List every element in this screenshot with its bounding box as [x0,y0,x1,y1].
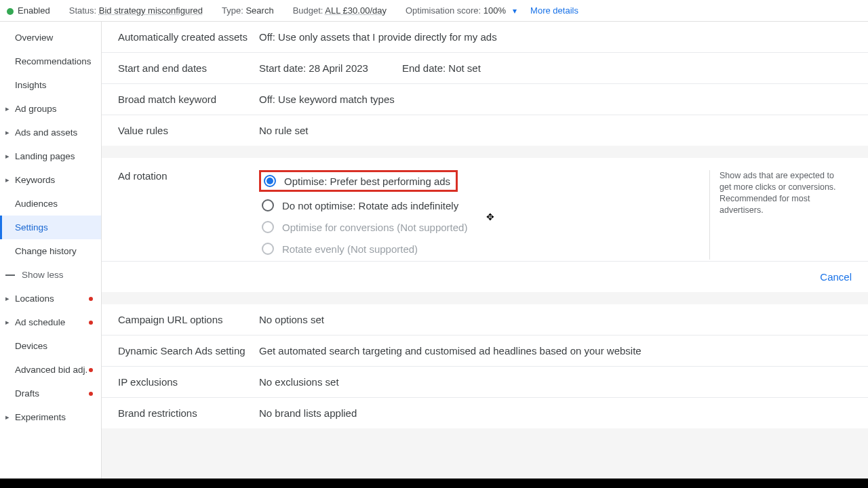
bottom-bar [0,479,868,488]
sidebar-item-label: Recommendations [15,56,92,66]
row-value: Off: Use keyword match types [259,94,852,105]
ad-rotation-option[interactable]: Optimise: Prefer best performing ads [259,170,458,192]
main-content: Automatically created assets Off: Use on… [102,22,868,485]
row-label: Start and end dates [118,62,259,74]
optscore-value: 100% [484,5,506,16]
row-value: No rule set [259,125,852,136]
status-value[interactable]: Bid strategy misconfigured [99,5,203,16]
sidebar-item-label: Change history [15,246,77,256]
alert-dot-icon [89,392,93,396]
sidebar-item-label: Settings [15,222,48,232]
cancel-button[interactable]: Cancel [820,271,852,283]
enabled-label: Enabled [18,5,50,16]
alert-dot-icon [89,297,93,301]
sidebar-item-recommendations[interactable]: Recommendations [0,49,101,73]
sidebar: OverviewRecommendationsInsightsAd groups… [0,22,102,485]
optscore-label: Optimisation score: [406,5,481,16]
settings-row[interactable]: Campaign URL options No options set [102,304,868,335]
settings-row[interactable]: IP exclusions No exclusions set [102,366,868,397]
settings-row[interactable]: Broad match keyword Off: Use keyword mat… [102,83,868,115]
sidebar-item-overview[interactable]: Overview [0,26,101,49]
status-block: Status: Bid strategy misconfigured [69,5,203,16]
minus-icon [5,274,15,276]
status-label: Status: [69,5,96,16]
row-label: Broad match keyword [118,94,259,105]
sidebar-item-change-history[interactable]: Change history [0,239,101,263]
sidebar-item-ad-groups[interactable]: Ad groups [0,97,101,121]
ad-rotation-label: Ad rotation [118,170,259,260]
sidebar-item-ads-and-assets[interactable]: Ads and assets [0,121,101,144]
chevron-down-icon[interactable]: ▾ [513,6,517,16]
ad-rotation-help-text: Show ads that are expected to get more c… [709,170,852,260]
sidebar-item-label: Ads and assets [15,127,77,138]
row-label: Campaign URL options [118,314,259,325]
status-dot-icon [7,8,14,15]
alert-dot-icon [89,368,93,372]
type-block: Type: Search [222,5,274,16]
sidebar-item-audiences[interactable]: Audiences [0,192,101,216]
sidebar-item-label: Advanced bid adj. [15,365,87,375]
settings-row[interactable]: Value rules No rule set [102,115,868,146]
sidebar-item-label: Keywords [15,175,55,185]
sidebar-item-landing-pages[interactable]: Landing pages [0,144,101,168]
sidebar-item-advanced-bid-adj-[interactable]: Advanced bid adj. [0,358,101,382]
show-less-label: Show less [22,270,64,280]
settings-row[interactable]: Start and end dates Start date: 28 April… [102,52,868,83]
row-label: Value rules [118,125,259,136]
ad-rotation-option: Rotate evenly (Not supported) [259,238,709,260]
radio-icon [262,199,274,211]
sidebar-item-label: Drafts [15,388,39,399]
sidebar-item-label: Locations [15,293,54,304]
row-label: Automatically created assets [118,31,259,43]
sidebar-item-experiments[interactable]: Experiments [0,405,101,429]
row-label: IP exclusions [118,376,259,388]
sidebar-item-label: Overview [15,33,53,43]
radio-icon [262,243,274,255]
row-value: No exclusions set [259,376,852,388]
radio-icon [264,175,276,187]
settings-row[interactable]: Automatically created assets Off: Use on… [102,22,868,52]
sidebar-item-drafts[interactable]: Drafts [0,382,101,405]
sidebar-item-label: Ad groups [15,104,57,114]
option-label: Optimise for conversions (Not supported) [282,222,467,233]
row-label: Dynamic Search Ads setting [118,345,259,357]
sidebar-item-locations[interactable]: Locations [0,287,101,310]
row-value: No brand lists applied [259,407,852,419]
option-label: Do not optimise: Rotate ads indefinitely [282,200,458,211]
budget-value[interactable]: ALL £30.00/day [325,5,387,16]
option-label: Rotate evenly (Not supported) [282,243,418,255]
more-details-link[interactable]: More details [530,5,578,16]
settings-row[interactable]: Dynamic Search Ads setting Get automated… [102,335,868,366]
sidebar-item-devices[interactable]: Devices [0,334,101,358]
ad-rotation-actions: Cancel [102,261,868,292]
row-value: Off: Use only assets that I provide dire… [259,31,852,43]
settings-card-top: Automatically created assets Off: Use on… [102,22,868,146]
sidebar-item-keywords[interactable]: Keywords [0,168,101,192]
ad-rotation-option: Optimise for conversions (Not supported) [259,216,709,238]
sidebar-item-label: Audiences [15,199,58,209]
sidebar-item-insights[interactable]: Insights [0,73,101,97]
radio-icon [262,221,274,233]
alert-dot-icon [89,321,93,325]
sidebar-item-label: Devices [15,341,47,351]
row-value: Get automated search targeting and custo… [259,345,852,357]
row-value: Start date: 28 April 2023End date: Not s… [259,62,852,74]
sidebar-item-ad-schedule[interactable]: Ad schedule [0,310,101,334]
optscore-block: Optimisation score: 100% [406,5,506,16]
sidebar-item-label: Ad schedule [15,317,65,327]
ad-rotation-card: Ad rotation Optimise: Prefer best perfor… [102,158,868,292]
option-label: Optimise: Prefer best performing ads [284,176,450,187]
budget-label: Budget: [293,5,323,16]
sidebar-item-settings[interactable]: Settings [0,216,101,239]
sidebar-item-label: Landing pages [15,151,75,161]
enabled-pill: Enabled [7,5,50,16]
budget-block: Budget: ALL £30.00/day [293,5,387,16]
row-value: No options set [259,314,852,325]
ad-rotation-options: Optimise: Prefer best performing adsDo n… [259,170,709,260]
ad-rotation-option[interactable]: Do not optimise: Rotate ads indefinitely [259,195,709,216]
type-label: Type: [222,5,243,16]
show-less-toggle[interactable]: Show less [0,263,101,287]
type-value: Search [245,5,273,16]
sidebar-item-label: Insights [15,80,47,90]
settings-row[interactable]: Brand restrictions No brand lists applie… [102,397,868,428]
